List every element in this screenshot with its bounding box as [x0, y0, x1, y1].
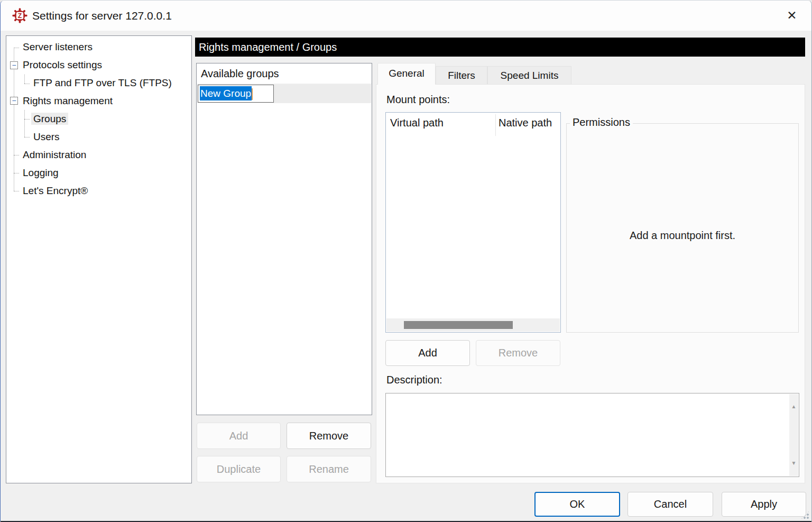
mount-points-table[interactable]: Virtual path Native path [385, 112, 561, 333]
apply-button[interactable]: Apply [722, 492, 806, 517]
permissions-groupbox: Permissions Add a mountpoint first. [566, 123, 799, 333]
scroll-up-icon[interactable]: ▲ [789, 401, 798, 412]
collapse-expander-icon[interactable]: − [10, 97, 18, 105]
sidebar-item-lets-encrypt[interactable]: Let's Encrypt® [21, 182, 90, 200]
selected-text: New Group [200, 86, 252, 100]
collapse-expander-icon[interactable]: − [10, 61, 18, 69]
tree-line [14, 48, 19, 48]
sidebar-item-administration[interactable]: Administration [21, 146, 88, 164]
sidebar-item-ftp-ftps[interactable]: FTP and FTP over TLS (FTPS) [31, 74, 174, 92]
sidebar-item-logging[interactable]: Logging [21, 164, 61, 182]
description-textarea[interactable]: ▲ ▼ [385, 393, 799, 477]
cancel-button[interactable]: Cancel [628, 492, 713, 517]
available-groups-list: Available groups New Group [196, 63, 372, 415]
ok-button[interactable]: OK [534, 492, 620, 517]
tree-line [24, 84, 30, 84]
sidebar-item-protocols-settings[interactable]: Protocols settings [21, 56, 104, 74]
settings-nav-tree: Server listeners Protocols settings FTP … [6, 35, 192, 483]
permissions-title: Permissions [570, 116, 633, 129]
sidebar-item-users[interactable]: Users [31, 128, 62, 146]
description-label: Description: [386, 374, 442, 386]
permissions-empty-text: Add a mountpoint first. [567, 230, 798, 242]
tab-filters[interactable]: Filters [436, 66, 487, 84]
svg-text:Z: Z [18, 12, 22, 20]
tab-general[interactable]: General [377, 63, 436, 85]
available-groups-title: Available groups [197, 63, 372, 84]
group-remove-button[interactable]: Remove [287, 423, 371, 449]
tree-line [14, 173, 19, 173]
group-add-button[interactable]: Add [197, 423, 281, 449]
sidebar-item-server-listeners[interactable]: Server listeners [21, 38, 95, 56]
filezilla-server-icon: Z [12, 8, 27, 23]
text-caret [252, 88, 253, 100]
window-title: Settings for server 127.0.0.1 [32, 1, 172, 31]
close-icon[interactable]: ✕ [780, 3, 804, 28]
sidebar-item-groups[interactable]: Groups [31, 110, 68, 128]
tree-line [14, 155, 19, 155]
scroll-down-icon[interactable]: ▼ [789, 458, 798, 469]
group-name-edit-input[interactable]: New Group [198, 85, 274, 103]
vertical-scrollbar[interactable]: ▲ ▼ [789, 394, 798, 476]
section-header: Rights management / Groups [195, 38, 805, 57]
mountpoint-add-button[interactable]: Add [385, 340, 470, 366]
group-rename-button[interactable]: Rename [287, 456, 371, 482]
mount-points-label: Mount points: [386, 94, 450, 106]
tree-line [14, 191, 19, 191]
tree-line [24, 137, 30, 138]
sidebar-item-rights-management[interactable]: Rights management [21, 92, 115, 110]
column-header-virtual-path[interactable]: Virtual path [390, 117, 444, 129]
horizontal-scrollbar[interactable] [386, 318, 560, 332]
group-list-row[interactable]: New Group [197, 84, 371, 103]
tree-line [24, 110, 25, 137]
titlebar: Z Settings for server 127.0.0.1 ✕ [1, 1, 811, 31]
mountpoint-remove-button[interactable]: Remove [476, 340, 560, 366]
settings-dialog: Z Settings for server 127.0.0.1 ✕ Server… [0, 0, 812, 522]
tree-line [24, 75, 25, 84]
tree-line [24, 119, 30, 120]
group-duplicate-button[interactable]: Duplicate [197, 456, 281, 482]
scrollbar-thumb[interactable] [404, 321, 513, 329]
column-divider[interactable] [495, 114, 496, 136]
tab-speed-limits[interactable]: Speed Limits [487, 66, 571, 84]
column-header-native-path[interactable]: Native path [499, 117, 560, 129]
